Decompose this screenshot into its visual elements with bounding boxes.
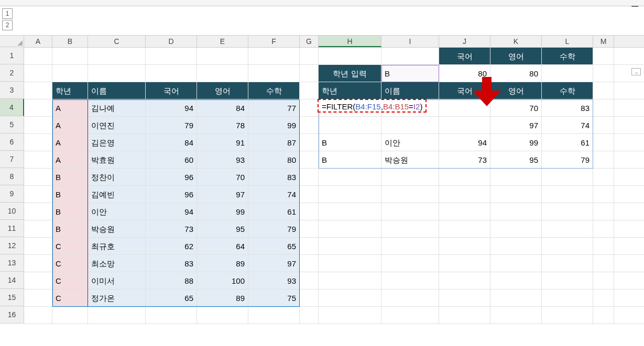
table-cell-math[interactable]: 77 [248, 99, 300, 116]
table-cell-math[interactable]: 87 [248, 134, 300, 151]
spill-cell-eng[interactable]: 97 [490, 117, 542, 133]
table-cell-math[interactable]: 97 [248, 255, 300, 272]
table-cell-kor[interactable]: 96 [146, 169, 197, 185]
table-cell-grade[interactable]: B [52, 220, 88, 237]
table-cell-grade[interactable]: C [52, 255, 88, 272]
summary-kor[interactable]: 80 [439, 65, 490, 82]
row-header-2[interactable]: 2 [0, 64, 24, 82]
table-cell-eng[interactable]: 89 [197, 289, 248, 306]
grade-input-value[interactable]: B [381, 65, 439, 82]
table-cell-grade[interactable]: A [52, 134, 88, 151]
table-cell-eng[interactable]: 99 [197, 203, 248, 220]
spill-cell-math[interactable]: 79 [542, 151, 593, 168]
table-cell-name[interactable]: 정찬이 [88, 169, 146, 185]
formula-cell[interactable]: =FILTER(B4:F15,B4:B15=I2) [318, 99, 427, 113]
col-header-E[interactable]: E [197, 36, 248, 47]
row-header-12[interactable]: 12 [0, 237, 24, 254]
table-cell-kor[interactable]: 79 [146, 117, 197, 133]
table-cell-math[interactable]: 61 [248, 203, 300, 220]
table-cell-kor[interactable]: 84 [146, 134, 197, 151]
table-cell-grade[interactable]: C [52, 238, 88, 254]
table-cell-kor[interactable]: 83 [146, 255, 197, 272]
table-cell-kor[interactable]: 65 [146, 289, 197, 306]
table-cell-name[interactable]: 김예빈 [88, 186, 146, 203]
spreadsheet-grid[interactable]: A B C D E F G H I J K L M 1 2 3 4 5 6 7 … [0, 36, 644, 324]
row-header-1[interactable]: 1 [0, 47, 24, 64]
spill-cell-kor[interactable]: 94 [439, 134, 490, 151]
col-header-B[interactable]: B [52, 36, 88, 47]
table-cell-grade[interactable]: C [52, 272, 88, 289]
table-cell-math[interactable]: 75 [248, 289, 300, 306]
col-header-K[interactable]: K [490, 36, 542, 47]
outline-level-1[interactable]: 1 [2, 8, 13, 19]
table-cell-name[interactable]: 김나예 [88, 99, 146, 116]
table-cell-eng[interactable]: 64 [197, 238, 248, 254]
table-cell-eng[interactable]: 84 [197, 99, 248, 116]
table-cell-eng[interactable]: 70 [197, 169, 248, 185]
table-cell-name[interactable]: 박승원 [88, 220, 146, 237]
col-header-A[interactable]: A [24, 36, 52, 47]
table-cell-grade[interactable]: B [52, 186, 88, 203]
table-cell-name[interactable]: 최소망 [88, 255, 146, 272]
table-cell-kor[interactable]: 96 [146, 186, 197, 203]
spill-cell-math[interactable]: 74 [542, 117, 593, 133]
spill-cell-grade[interactable]: B [319, 134, 381, 151]
col-header-G[interactable]: G [300, 36, 319, 47]
table-cell-kor[interactable]: 60 [146, 151, 197, 168]
table-cell-name[interactable]: 최규호 [88, 238, 146, 254]
table-cell-math[interactable]: 93 [248, 272, 300, 289]
select-all-corner[interactable] [0, 36, 24, 47]
table-cell-name[interactable]: 정가온 [88, 289, 146, 306]
col-header-I[interactable]: I [381, 36, 439, 47]
row-header-13[interactable]: 13 [0, 254, 24, 272]
table-cell-math[interactable]: 74 [248, 186, 300, 203]
table-cell-math[interactable]: 83 [248, 169, 300, 185]
summary-eng[interactable]: 80 [490, 65, 542, 82]
summary-math[interactable] [542, 65, 593, 82]
spill-cell-kor[interactable]: 73 [439, 151, 490, 168]
spill-cell-eng[interactable]: 95 [490, 151, 542, 168]
table-cell-math[interactable]: 99 [248, 117, 300, 133]
table-cell-grade[interactable]: C [52, 289, 88, 306]
spill-cell-math[interactable]: 61 [542, 134, 593, 151]
table-cell-kor[interactable]: 62 [146, 238, 197, 254]
table-cell-grade[interactable]: A [52, 117, 88, 133]
table-cell-grade[interactable]: B [52, 169, 88, 185]
spill-cell-grade[interactable]: B [319, 151, 381, 168]
spill-cell-math[interactable]: 83 [542, 99, 593, 116]
spill-cell-eng[interactable]: 70 [490, 99, 542, 116]
row-header-6[interactable]: 6 [0, 133, 24, 151]
spill-cell-name[interactable]: 박승원 [381, 151, 439, 168]
row-header-11[interactable]: 11 [0, 220, 24, 237]
table-cell-eng[interactable]: 100 [197, 272, 248, 289]
table-cell-name[interactable]: 김은영 [88, 134, 146, 151]
table-cell-kor[interactable]: 94 [146, 203, 197, 220]
row-header-10[interactable]: 10 [0, 203, 24, 220]
table-cell-name[interactable]: 박효원 [88, 151, 146, 168]
col-header-H[interactable]: H [319, 36, 381, 47]
spill-cell-name[interactable]: 이안 [381, 134, 439, 151]
table-cell-name[interactable]: 이미서 [88, 272, 146, 289]
table-cell-name[interactable]: 이안 [88, 203, 146, 220]
table-cell-kor[interactable]: 94 [146, 99, 197, 116]
col-header-M[interactable]: M [593, 36, 614, 47]
col-header-L[interactable]: L [542, 36, 593, 47]
row-header-7[interactable]: 7 [0, 151, 24, 168]
row-header-15[interactable]: 15 [0, 289, 24, 306]
outline-level-2[interactable]: 2 [2, 20, 13, 30]
row-header-14[interactable]: 14 [0, 272, 24, 289]
table-cell-name[interactable]: 이연진 [88, 117, 146, 133]
table-cell-math[interactable]: 80 [248, 151, 300, 168]
table-cell-eng[interactable]: 91 [197, 134, 248, 151]
row-header-9[interactable]: 9 [0, 185, 24, 203]
table-cell-grade[interactable]: B [52, 203, 88, 220]
table-cell-math[interactable]: 79 [248, 220, 300, 237]
table-cell-grade[interactable]: A [52, 151, 88, 168]
table-cell-kor[interactable]: 88 [146, 272, 197, 289]
col-header-F[interactable]: F [248, 36, 300, 47]
col-header-C[interactable]: C [88, 36, 146, 47]
table-cell-grade[interactable]: A [52, 99, 88, 116]
col-header-D[interactable]: D [146, 36, 197, 47]
row-header-4[interactable]: 4 [0, 99, 24, 116]
table-cell-eng[interactable]: 97 [197, 186, 248, 203]
